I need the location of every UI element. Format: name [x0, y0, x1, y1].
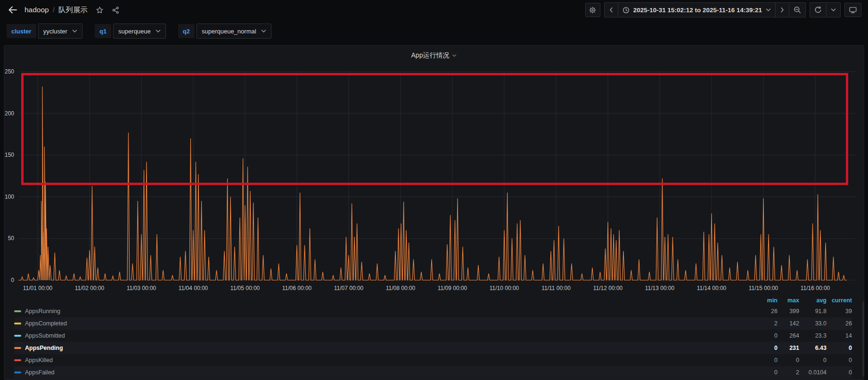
legend-current-AppsPending: 0	[827, 345, 852, 351]
breadcrumb-app[interactable]: hadoop	[25, 6, 49, 14]
legend-row-AppsRunning: AppsRunning2639991.839	[14, 305, 852, 317]
variable-label-cluster[interactable]: cluster	[7, 24, 36, 38]
legend-row-AppsSubmitted: AppsSubmitted026423.314	[14, 330, 852, 342]
legend-header-row: minmaxavgcurrent	[14, 296, 852, 305]
chevron-left-icon	[609, 7, 614, 13]
y-axis-label: 0	[11, 277, 14, 283]
legend-min-AppsSubmitted: 0	[745, 332, 778, 339]
legend-table: minmaxavgcurrentAppsRunning2639991.839Ap…	[4, 296, 864, 379]
chevron-down-icon	[766, 8, 771, 12]
legend-label-AppsFailed[interactable]: AppsFailed	[25, 369, 55, 376]
legend-sort-max[interactable]: max	[778, 297, 799, 304]
x-axis-label: 11/05 00:00	[230, 285, 260, 291]
share-icon	[112, 6, 120, 14]
dashboard-settings-button[interactable]	[585, 3, 600, 17]
time-shift-back-button[interactable]	[605, 3, 618, 17]
breadcrumb-page[interactable]: 队列展示	[58, 5, 88, 15]
chevron-down-icon	[452, 54, 457, 57]
legend-avg-AppsCompleted: 33.0	[799, 320, 827, 327]
y-axis-label: 50	[8, 235, 15, 242]
x-axis-label: 11/01 00:00	[23, 285, 53, 291]
kiosk-mode-button[interactable]	[844, 3, 861, 17]
series-line-appspending	[18, 87, 847, 280]
legend-swatch-AppsPending[interactable]	[14, 347, 21, 349]
variable-value-q2[interactable]: superqueue_normal	[197, 24, 271, 39]
legend-max-AppsFailed: 2	[778, 369, 799, 376]
variable-q1: q1superqueue	[95, 24, 166, 39]
chevron-down-icon	[831, 8, 836, 12]
legend-avg-AppsFailed: 0.0104	[799, 369, 827, 376]
time-shift-forward-button[interactable]	[775, 3, 789, 17]
time-range-button[interactable]: 2025-10-31 15:02:12 to 2025-11-16 14:39:…	[618, 3, 775, 17]
legend-series-AppsRunning: AppsRunning	[14, 308, 745, 315]
y-axis-label: 250	[5, 68, 14, 75]
y-axis-label: 100	[5, 194, 14, 200]
x-axis-label: 11/03 00:00	[127, 285, 156, 291]
x-axis-label: 11/11 00:00	[541, 285, 571, 291]
refresh-button[interactable]	[810, 3, 826, 17]
x-axis-label: 11/16 00:00	[801, 285, 830, 291]
legend-current-AppsCompleted: 26	[827, 320, 852, 327]
x-axis-label: 11/13 00:00	[645, 285, 675, 291]
time-series-chart[interactable]: 05010015020025011/01 00:0011/02 00:0011/…	[0, 61, 868, 297]
template-variables-row: clusteryyclusterq1superqueueq2superqueue…	[7, 24, 271, 39]
variable-label-q2[interactable]: q2	[178, 24, 195, 38]
variable-value-cluster[interactable]: yycluster	[38, 24, 82, 39]
variable-label-q1[interactable]: q1	[95, 24, 111, 38]
chevron-down-icon	[261, 29, 266, 33]
legend-label-AppsSubmitted[interactable]: AppsSubmitted	[25, 332, 65, 339]
gear-icon	[589, 6, 597, 14]
x-axis-label: 11/08 00:00	[386, 285, 416, 291]
legend-series-AppsKilled: AppsKilled	[14, 357, 745, 364]
legend-sort-avg[interactable]: avg	[799, 297, 827, 304]
legend-max-AppsKilled: 0	[778, 357, 799, 364]
legend-row-AppsCompleted: AppsCompleted214233.026	[14, 317, 852, 330]
share-button[interactable]	[111, 6, 120, 14]
chevron-down-icon	[72, 29, 77, 33]
legend-label-AppsPending[interactable]: AppsPending	[25, 345, 63, 351]
breadcrumb-separator: /	[53, 6, 55, 14]
legend-min-AppsKilled: 0	[745, 357, 778, 364]
refresh-interval-button[interactable]	[826, 3, 840, 17]
legend-current-AppsRunning: 39	[827, 308, 852, 315]
favorite-button[interactable]	[95, 6, 104, 14]
refresh-group	[810, 2, 841, 17]
time-range-text: 2025-10-31 15:02:12 to 2025-11-16 14:39:…	[633, 7, 762, 14]
y-axis-label: 150	[5, 152, 14, 158]
legend-swatch-AppsCompleted[interactable]	[14, 323, 21, 324]
star-icon	[96, 6, 104, 14]
legend-row-AppsKilled: AppsKilled0000	[14, 354, 852, 366]
legend-row-AppsPending: AppsPending02316.430	[14, 342, 852, 354]
legend-label-AppsCompleted[interactable]: AppsCompleted	[25, 320, 67, 327]
chart-canvas[interactable]: 05010015020025011/01 00:0011/02 00:0011/…	[0, 61, 868, 297]
x-axis-label: 11/09 00:00	[438, 285, 467, 291]
legend-avg-AppsRunning: 91.8	[799, 308, 827, 315]
series-fill-appspending	[18, 87, 847, 280]
legend-sort-min[interactable]: min	[745, 297, 778, 304]
legend-swatch-AppsRunning[interactable]	[14, 310, 21, 312]
panel-title-text: App运行情况	[411, 51, 450, 60]
legend-avg-AppsSubmitted: 23.3	[799, 332, 827, 339]
refresh-icon	[814, 6, 822, 14]
time-picker-group: 2025-10-31 15:02:12 to 2025-11-16 14:39:…	[604, 2, 806, 17]
monitor-icon	[849, 6, 857, 14]
legend-swatch-AppsSubmitted[interactable]	[14, 335, 21, 337]
x-axis-label: 11/04 00:00	[179, 285, 208, 291]
time-zoom-out-button[interactable]	[789, 3, 805, 17]
legend-min-AppsRunning: 26	[745, 308, 778, 315]
legend-sort-current[interactable]: current	[827, 297, 852, 304]
clock-icon	[622, 7, 630, 14]
legend-swatch-AppsFailed[interactable]	[14, 372, 21, 373]
legend-max-AppsPending: 231	[778, 345, 799, 351]
legend-avg-AppsPending: 6.43	[799, 345, 827, 351]
legend-swatch-AppsKilled[interactable]	[14, 359, 21, 361]
back-button[interactable]	[7, 4, 19, 16]
legend-current-AppsKilled: 0	[827, 357, 852, 364]
zoom-out-icon	[794, 6, 801, 14]
variable-value-q1[interactable]: superqueue	[113, 24, 166, 39]
legend-series-AppsFailed: AppsFailed	[14, 369, 745, 376]
legend-scrollbar[interactable]	[862, 301, 864, 377]
legend-label-AppsRunning[interactable]: AppsRunning	[25, 308, 60, 315]
legend-label-AppsKilled[interactable]: AppsKilled	[25, 357, 53, 364]
x-axis-label: 11/07 00:00	[334, 285, 364, 291]
